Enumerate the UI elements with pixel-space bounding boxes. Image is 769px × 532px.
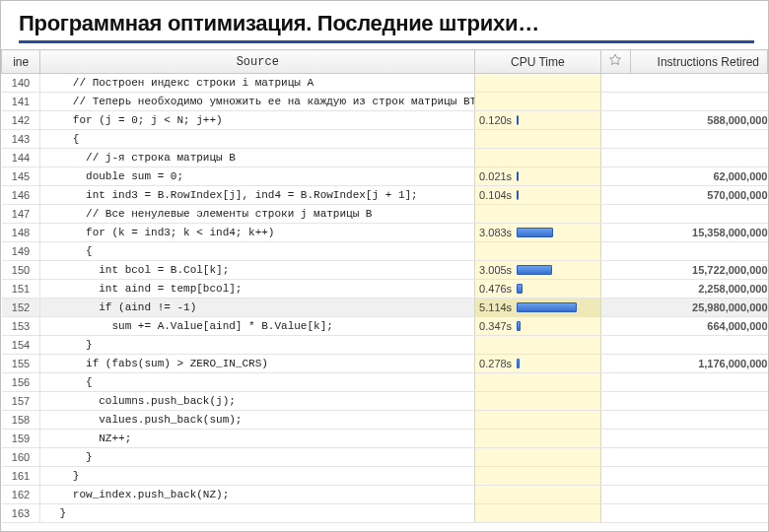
slide-frame: Программная оптимизация. Последние штрих…	[0, 0, 769, 532]
cpu-time-bar	[517, 302, 577, 312]
cell-line-number: 158	[2, 411, 40, 430]
cell-cpu-time: 0.347s	[475, 317, 601, 336]
cell-source: // Теперь необходимо умножить ее на кажд…	[40, 93, 475, 111]
cell-star	[600, 504, 630, 523]
cell-source: for (j = 0; j < N; j++)	[40, 111, 475, 130]
cell-instructions-retired	[630, 93, 767, 111]
cpu-time-value: 0.104s	[479, 189, 513, 201]
cell-instructions-retired: 1,176,000,000	[630, 355, 767, 373]
cell-cpu-time: 0.476s	[475, 280, 601, 299]
cell-instructions-retired	[630, 448, 767, 467]
cpu-time-bar	[517, 228, 553, 237]
cell-star	[600, 93, 630, 111]
cell-instructions-retired: 25,980,000,000	[630, 299, 767, 317]
cell-source: // Все ненулевые элементы строки j матри…	[40, 205, 475, 224]
cell-instructions-retired: 2,258,000,000	[630, 280, 767, 299]
table-row[interactable]: 144 // j-я строка матрицы B	[2, 149, 768, 167]
header-line[interactable]: ine	[2, 50, 40, 74]
cell-star	[600, 74, 630, 93]
cell-star	[600, 167, 630, 186]
cpu-time-bar	[517, 321, 521, 331]
table-row[interactable]: 141 // Теперь необходимо умножить ее на …	[2, 93, 768, 111]
header-instructions-retired[interactable]: Instructions Retired	[630, 50, 767, 74]
cell-cpu-time	[475, 467, 601, 486]
cell-cpu-time: 0.104s	[475, 186, 601, 205]
cpu-time-bar	[517, 171, 519, 181]
table-row[interactable]: 155 if (fabs(sum) > ZERO_IN_CRS)0.278s1,…	[2, 355, 768, 373]
header-star[interactable]	[600, 50, 630, 74]
cell-star	[600, 392, 630, 411]
table-row[interactable]: 146 int ind3 = B.RowIndex[j], ind4 = B.R…	[2, 186, 768, 205]
table-row[interactable]: 148 for (k = ind3; k < ind4; k++)3.083s1…	[2, 224, 768, 242]
cell-star	[600, 317, 630, 336]
table-row[interactable]: 153 sum += A.Value[aind] * B.Value[k];0.…	[2, 317, 768, 336]
cell-cpu-time: 3.005s	[475, 261, 601, 280]
cell-line-number: 145	[2, 167, 40, 186]
table-row[interactable]: 160 }	[2, 448, 768, 467]
table-row[interactable]: 147 // Все ненулевые элементы строки j м…	[2, 205, 768, 224]
cell-instructions-retired	[630, 373, 767, 392]
header-source[interactable]: Source	[40, 50, 475, 74]
cell-instructions-retired	[630, 411, 767, 430]
cell-instructions-retired	[630, 130, 767, 149]
star-icon	[608, 53, 622, 67]
cell-source: sum += A.Value[aind] * B.Value[k];	[40, 317, 475, 336]
code-profile-table: ine Source CPU Time Instructions Retired…	[1, 49, 768, 523]
cell-instructions-retired	[630, 504, 767, 523]
cell-line-number: 142	[2, 111, 40, 130]
cell-source: {	[40, 130, 475, 149]
cell-instructions-retired	[630, 242, 767, 261]
cell-line-number: 147	[2, 205, 40, 224]
table-header-row: ine Source CPU Time Instructions Retired	[2, 50, 768, 74]
table-row[interactable]: 140 // Построен индекс строки i матрицы …	[2, 74, 768, 93]
cell-line-number: 143	[2, 130, 40, 149]
cell-instructions-retired	[630, 430, 767, 448]
cell-instructions-retired	[630, 392, 767, 411]
cell-source: int ind3 = B.RowIndex[j], ind4 = B.RowIn…	[40, 186, 475, 205]
cell-instructions-retired	[630, 336, 767, 355]
table-row[interactable]: 142 for (j = 0; j < N; j++)0.120s588,000…	[2, 111, 768, 130]
table-row[interactable]: 150 int bcol = B.Col[k];3.005s15,722,000…	[2, 261, 768, 280]
cell-star	[600, 355, 630, 373]
cell-cpu-time	[475, 74, 601, 93]
cell-line-number: 161	[2, 467, 40, 486]
table-row[interactable]: 156 {	[2, 373, 768, 392]
cell-instructions-retired: 570,000,000	[630, 186, 767, 205]
cell-source: for (k = ind3; k < ind4; k++)	[40, 224, 475, 242]
cpu-time-bar	[517, 284, 523, 294]
cell-instructions-retired: 62,000,000	[630, 167, 767, 186]
table-row[interactable]: 158 values.push_back(sum);	[2, 411, 768, 430]
cell-line-number: 163	[2, 504, 40, 523]
cell-source: row_index.push_back(NZ);	[40, 486, 475, 504]
cell-source: if (fabs(sum) > ZERO_IN_CRS)	[40, 355, 475, 373]
table-row[interactable]: 159 NZ++;	[2, 430, 768, 448]
table-row[interactable]: 157 columns.push_back(j);	[2, 392, 768, 411]
cell-line-number: 148	[2, 224, 40, 242]
table-row[interactable]: 161 }	[2, 467, 768, 486]
header-cpu-time[interactable]: CPU Time	[475, 50, 601, 74]
cell-cpu-time	[475, 430, 601, 448]
table-row[interactable]: 145 double sum = 0;0.021s62,000,000	[2, 167, 768, 186]
table-row[interactable]: 151 int aind = temp[bcol];0.476s2,258,00…	[2, 280, 768, 299]
cell-cpu-time: 0.021s	[475, 167, 601, 186]
cell-line-number: 149	[2, 242, 40, 261]
cell-cpu-time	[475, 205, 601, 224]
table-row[interactable]: 163 }	[2, 504, 768, 523]
table-row[interactable]: 143 {	[2, 130, 768, 149]
cell-star	[600, 448, 630, 467]
cell-cpu-time	[475, 149, 601, 167]
cell-line-number: 155	[2, 355, 40, 373]
cell-star	[600, 486, 630, 504]
table-row[interactable]: 162 row_index.push_back(NZ);	[2, 486, 768, 504]
cell-line-number: 162	[2, 486, 40, 504]
table-row[interactable]: 152 if (aind != -1)5.114s25,980,000,000	[2, 299, 768, 317]
cell-star	[600, 280, 630, 299]
cell-source: }	[40, 448, 475, 467]
table-row[interactable]: 154 }	[2, 336, 768, 355]
cell-source: {	[40, 242, 475, 261]
table-row[interactable]: 149 {	[2, 242, 768, 261]
cell-cpu-time: 0.278s	[475, 355, 601, 373]
cell-source: {	[40, 373, 475, 392]
cell-star	[600, 261, 630, 280]
cell-source: // Построен индекс строки i матрицы A	[40, 74, 475, 93]
